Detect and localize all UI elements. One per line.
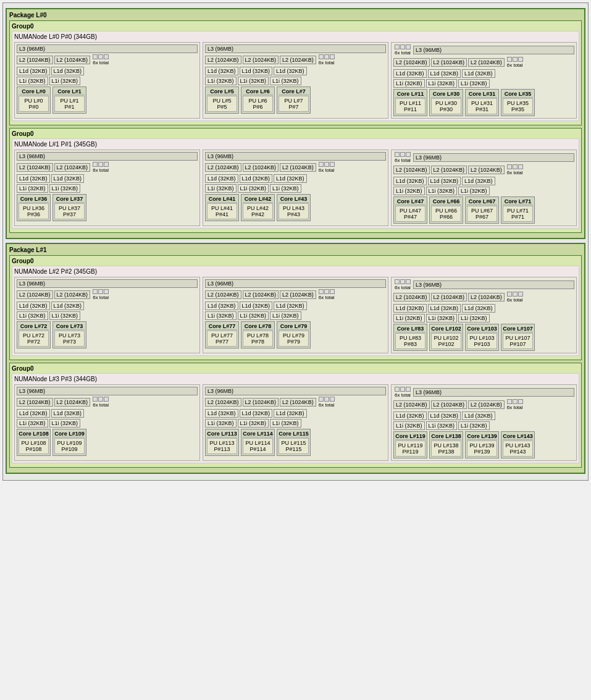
l1i-block: L1i (32KB) [49,419,81,428]
l2-block: L2 (1024KB) [393,58,430,67]
machine-box: Package L#0Group0NUMANode L#0 P#0 (344GB… [2,2,589,481]
pu-box: PU L#115 P#115 [279,438,309,454]
pu-box: PU L#0 P#0 [19,96,49,112]
l1i-block: L1i (32KB) [393,314,425,323]
pu-box: PU L#139 P#139 [467,441,497,457]
numa-title: NUMANode L#0 P#0 (344GB) [14,33,577,40]
core-box: Core L#35PU L#35 P#35 [501,89,535,116]
pu-box: PU L#7 P#7 [279,96,309,112]
l1i-block: L1i (32KB) [426,187,458,195]
l1i-block: L1i (32KB) [49,311,81,320]
pu-box: PU L#72 P#72 [19,331,49,347]
l1d-block: L1d (32KB) [462,69,495,78]
l1d-block: L1d (32KB) [462,411,495,420]
core-box: Core L#1PU L#1 P#1 [52,86,86,114]
l2-block: L2 (1024KB) [205,398,241,407]
count-badge: 6x total [93,162,109,173]
l2-block: L2 (1024KB) [393,166,430,174]
core-box: Core L#115PU L#115 P#115 [277,429,311,456]
l1d-block: L1d (32KB) [393,411,427,420]
count-badge: 6x total [93,54,109,65]
l2-block: L2 (1024KB) [431,166,467,174]
pu-box: PU L#102 P#102 [431,333,461,349]
l2-block: L2 (1024KB) [280,163,316,172]
l2-block: L2 (1024KB) [431,400,467,409]
core-box: Core L#42PU L#42 P#42 [241,194,275,221]
core-box: Core L#114PU L#114 P#114 [241,429,275,456]
pu-box: PU L#108 P#108 [19,438,49,454]
l2-block: L2 (1024KB) [17,56,53,64]
l1d-block: L1d (32KB) [428,69,461,78]
core-box: Core L#103PU L#103 P#103 [465,324,499,351]
pu-box: PU L#31 P#31 [467,98,497,114]
core-box: Core L#6PU L#6 P#6 [241,86,275,114]
group-title: Group0 [12,258,579,264]
pu-box: PU L#42 P#42 [243,203,273,219]
l1i-block: L1i (32KB) [393,79,425,88]
l1d-block: L1d (32KB) [17,409,50,418]
count-badge: 6x total [507,399,523,410]
l3-section: L3 (96MB)L2 (1024KB)L2 (1024KB)6x totalL… [14,384,200,461]
count-badge: 6x total [93,397,109,408]
l1d-block: L1d (32KB) [274,174,307,183]
l1d-block: L1d (32KB) [428,411,461,420]
l1i-block: L1i (32KB) [458,187,490,195]
l3-block: L3 (96MB) [205,387,386,395]
l1i-block: L1i (32KB) [205,311,237,320]
l2-block: L2 (1024KB) [17,290,53,299]
core-box: Core L#79PU L#79 P#79 [277,321,311,348]
l1i-block: L1i (32KB) [49,184,81,193]
pu-box: PU L#36 P#36 [19,203,49,219]
group-title: Group0 [12,130,579,137]
l1d-block: L1d (32KB) [274,302,307,310]
l1d-block: L1d (32KB) [393,69,427,78]
group-title: Group0 [12,23,579,30]
l3-block: L3 (96MB) [17,44,198,53]
pu-box: PU L#30 P#30 [431,98,461,114]
core-box: Core L#78PU L#78 P#78 [241,321,275,348]
group-box: Group0NUMANode L#2 P#2 (345GB)L3 (96MB)L… [9,255,582,360]
sections-row: L3 (96MB)L2 (1024KB)L2 (1024KB)6x totalL… [14,42,577,119]
l1d-block: L1d (32KB) [205,302,238,310]
l2-block: L2 (1024KB) [468,58,505,67]
numa-node: NUMANode L#0 P#0 (344GB)L3 (96MB)L2 (102… [12,31,579,121]
numa-node: NUMANode L#2 P#2 (345GB)L3 (96MB)L2 (102… [12,266,579,356]
pu-box: PU L#78 P#78 [243,331,273,347]
numa-title: NUMANode L#1 P#1 (345GB) [14,141,577,148]
count-badge: 6x total [93,289,109,300]
count-badge: 6x total [395,152,411,163]
l2-block: L2 (1024KB) [54,290,91,299]
l1i-block: L1i (32KB) [205,184,237,193]
l1i-block: L1i (32KB) [270,419,301,428]
package-title: Package L#1 [9,247,582,253]
l2-block: L2 (1024KB) [393,293,430,302]
l1i-block: L1i (32KB) [17,311,48,320]
pu-box: PU L#138 P#138 [431,441,461,457]
l1d-block: L1d (32KB) [205,67,238,75]
l1i-block: L1i (32KB) [17,184,48,193]
l1d-block: L1d (32KB) [17,302,50,310]
l1i-block: L1i (32KB) [393,187,425,195]
group-box: Group0NUMANode L#3 P#3 (344GB)L3 (96MB)L… [9,363,582,468]
numa-title: NUMANode L#3 P#3 (344GB) [14,376,577,382]
count-badge: 6x total [395,279,411,290]
core-box: Core L#72PU L#72 P#72 [17,321,51,348]
l2-block: L2 (1024KB) [205,56,241,64]
l1d-block: L1d (32KB) [51,174,85,183]
core-box: Core L#109PU L#109 P#109 [52,429,86,456]
core-box: Core L#31PU L#31 P#31 [465,89,499,116]
pu-box: PU L#73 P#73 [54,331,85,347]
l1i-block: L1i (32KB) [238,77,269,85]
l3-section: L3 (96MB)L2 (1024KB)L2 (1024KB)L2 (1024K… [203,42,388,119]
l1d-block: L1d (32KB) [17,67,50,75]
pu-box: PU L#47 P#47 [395,206,425,222]
l1i-block: L1i (32KB) [17,419,48,428]
l1d-block: L1d (32KB) [205,409,238,418]
l1d-block: L1d (32KB) [51,67,85,75]
core-box: Core L#67PU L#67 P#67 [465,196,499,224]
l1d-block: L1d (32KB) [428,304,461,313]
numa-title: NUMANode L#2 P#2 (345GB) [14,268,577,275]
group-box: Group0NUMANode L#0 P#0 (344GB)L3 (96MB)L… [9,20,582,125]
l2-block: L2 (1024KB) [243,398,279,407]
l1d-block: L1d (32KB) [393,177,427,185]
